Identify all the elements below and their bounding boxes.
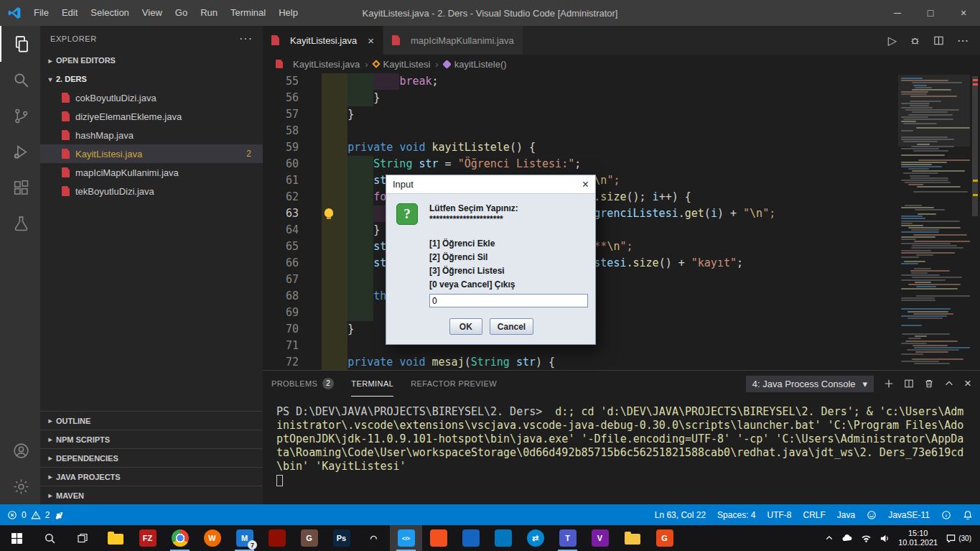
activity-source-control[interactable] xyxy=(0,98,40,134)
terminal-output[interactable]: PS D:\DEV\JAVA\PROJECTS\BIREYSEL\2. Ders… xyxy=(263,397,980,490)
taskbar-clock[interactable]: 15:10 10.01.2021 xyxy=(898,529,938,547)
code-line-58[interactable]: 58 xyxy=(263,123,898,139)
new-terminal-button[interactable] xyxy=(884,379,894,389)
run-button[interactable]: ▷ xyxy=(888,34,897,47)
taskbar-app-gimp[interactable]: G xyxy=(293,525,325,551)
taskbar-app-chrome[interactable] xyxy=(164,525,196,551)
taskbar-app-mail[interactable]: M7 xyxy=(228,525,261,551)
activity-run-debug[interactable] xyxy=(0,134,40,170)
taskbar-app-orange-app[interactable] xyxy=(422,525,454,551)
activity-testing[interactable] xyxy=(0,205,40,241)
taskbar-app-dark-circle-app[interactable]: ◠ xyxy=(358,525,390,551)
breadcrumb-item[interactable]: kayitListele() xyxy=(444,59,507,70)
dialog-text-input[interactable] xyxy=(429,294,588,307)
tab-mapIciMapKullanimi.java[interactable]: mapIciMapKullanimi.java xyxy=(383,26,523,55)
code-line-55[interactable]: 55break; xyxy=(263,73,898,90)
section-maven[interactable]: ▸MAVEN xyxy=(40,486,263,504)
menu-file[interactable]: File xyxy=(27,0,55,26)
dialog-close-icon[interactable]: × xyxy=(582,178,589,191)
notifications-bell-icon[interactable] xyxy=(963,510,973,520)
eol-sequence[interactable]: CRLF xyxy=(803,510,825,520)
taskbar-app-file-explorer[interactable] xyxy=(99,525,131,551)
menu-edit[interactable]: Edit xyxy=(55,0,84,26)
code-line-57[interactable]: 57} xyxy=(263,106,898,123)
menu-terminal[interactable]: Terminal xyxy=(224,0,272,26)
folder-2-ders[interactable]: ▾ 2. DERS xyxy=(40,70,263,88)
onedrive-cloud-icon[interactable] xyxy=(841,532,853,544)
cancel-button[interactable]: Cancel xyxy=(490,318,533,335)
encoding[interactable]: UTF-8 xyxy=(767,510,791,520)
terminal-picker-dropdown[interactable]: 4: Java Process Console ▾ xyxy=(746,376,874,392)
open-editors-section[interactable]: ▸ OPEN EDITORS xyxy=(40,51,263,70)
taskbar-app-teams[interactable]: T xyxy=(551,525,584,551)
menu-run[interactable]: Run xyxy=(194,0,224,26)
language-mode[interactable]: Java xyxy=(837,510,855,520)
start-button[interactable] xyxy=(0,525,33,551)
file-item-cokBoyutluDizi.java[interactable]: cokBoyutluDizi.java xyxy=(40,88,263,107)
panel-tab-refactor-preview[interactable]: REFACTOR PREVIEW xyxy=(411,371,497,397)
file-item-hashMap.java[interactable]: hashMap.java xyxy=(40,126,263,144)
dialog-title-bar[interactable]: Input × xyxy=(386,175,595,194)
taskbar-app-pdf-app[interactable]: G xyxy=(648,525,681,551)
maximize-panel-chevron-icon[interactable] xyxy=(944,379,954,389)
menu-selection[interactable]: Selection xyxy=(84,0,135,26)
minimize-button[interactable]: ─ xyxy=(881,0,914,26)
java-runtime[interactable]: JavaSE-11 xyxy=(888,510,930,520)
cursor-position[interactable]: Ln 63, Col 22 xyxy=(655,510,706,520)
taskbar-app-photoshop[interactable]: Ps xyxy=(325,525,358,551)
code-line-72[interactable]: 72private void mesaj(String str) { xyxy=(263,354,898,370)
warning-count[interactable]: 2 xyxy=(45,510,50,520)
taskbar-app-sync-app[interactable]: ⇄ xyxy=(519,525,551,551)
code-line-60[interactable]: 60String str = "Öğrenci Listesi:"; xyxy=(263,156,898,172)
taskbar-app-teal-app[interactable] xyxy=(487,525,519,551)
kill-terminal-trash-icon[interactable] xyxy=(924,379,934,389)
ok-button[interactable]: OK xyxy=(449,318,482,335)
file-item-tekBoyutluDizi.java[interactable]: tekBoyutluDizi.java xyxy=(40,182,263,200)
more-actions-icon[interactable]: ⋯ xyxy=(957,34,969,47)
activity-settings[interactable] xyxy=(0,468,40,504)
breadcrumb-item[interactable]: KayitListesi.java xyxy=(276,59,360,70)
menu-go[interactable]: Go xyxy=(169,0,194,26)
maximize-button[interactable]: □ xyxy=(914,0,947,26)
taskbar-app-vscode[interactable]: </> xyxy=(390,525,422,551)
split-terminal-button[interactable] xyxy=(904,379,914,389)
panel-tab-problems[interactable]: PROBLEMS2 xyxy=(271,371,334,397)
feedback-icon[interactable] xyxy=(867,510,877,520)
taskbar-app-purple-app[interactable]: V xyxy=(584,525,616,551)
close-tab-icon[interactable]: × xyxy=(368,34,374,47)
activity-search[interactable] xyxy=(0,62,40,98)
close-button[interactable]: × xyxy=(947,0,980,26)
overview-ruler[interactable] xyxy=(970,73,980,370)
taskbar-app-folder-app[interactable] xyxy=(616,525,648,551)
split-editor-button[interactable] xyxy=(933,35,944,46)
menu-help[interactable]: Help xyxy=(272,0,304,26)
section-java-projects[interactable]: ▸JAVA PROJECTS xyxy=(40,467,263,486)
code-line-59[interactable]: 59private void kayitListele() { xyxy=(263,139,898,156)
file-item-diziyeElemanEkleme.java[interactable]: diziyeElemanEkleme.java xyxy=(40,107,263,126)
tray-chevron-up-icon[interactable] xyxy=(825,534,834,542)
section-dependencies[interactable]: ▸DEPENDENCIES xyxy=(40,448,263,467)
minimap[interactable] xyxy=(898,73,970,370)
close-panel-icon[interactable]: × xyxy=(964,376,971,391)
launch-icon[interactable] xyxy=(54,510,64,520)
taskbar-app-blue-app[interactable] xyxy=(454,525,487,551)
error-count[interactable]: 0 xyxy=(22,510,27,520)
tab-KayitListesi.java[interactable]: KayitListesi.java× xyxy=(263,26,383,55)
task-view-icon[interactable] xyxy=(66,525,99,551)
activity-account[interactable] xyxy=(0,432,40,468)
section-outline[interactable]: ▸OUTLINE xyxy=(40,411,263,430)
lightbulb-icon[interactable] xyxy=(325,208,333,217)
taskbar-search-icon[interactable] xyxy=(33,525,66,551)
error-count-icon[interactable] xyxy=(7,510,17,520)
taskbar-app-filezilla[interactable]: FZ xyxy=(131,525,164,551)
file-item-mapIciMapKullanimi.java[interactable]: mapIciMapKullanimi.java xyxy=(40,163,263,182)
code-line-56[interactable]: 56} xyxy=(263,90,898,106)
info-icon[interactable] xyxy=(941,510,951,520)
code-editor[interactable]: 55break;56}57}5859private void kayitList… xyxy=(263,73,980,370)
activity-explorer[interactable] xyxy=(0,26,40,62)
warning-count-icon[interactable] xyxy=(31,510,41,520)
panel-tab-terminal[interactable]: TERMINAL xyxy=(351,371,393,397)
taskbar-app-orange-w-app[interactable]: W xyxy=(196,525,228,551)
debug-run-button[interactable] xyxy=(910,35,920,46)
volume-icon[interactable] xyxy=(879,533,890,544)
